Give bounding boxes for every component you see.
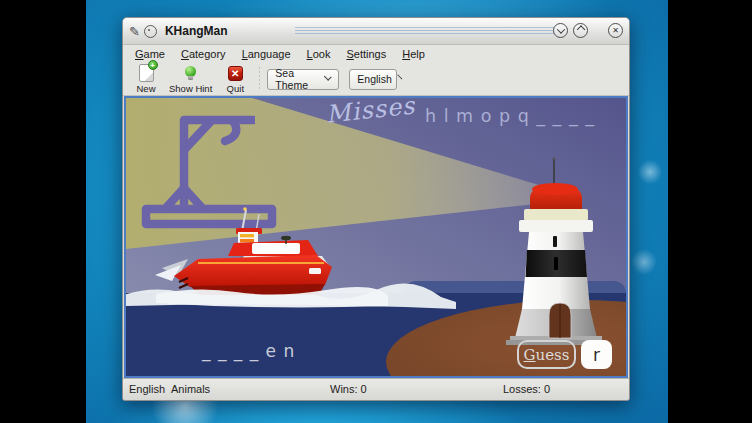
chevron-up-icon: [576, 25, 584, 33]
lightbulb-icon: [185, 66, 196, 77]
toolbar: + New Show Hint ✕ Quit Sea Theme English: [123, 63, 629, 96]
ring-icon: [144, 25, 157, 38]
status-losses: Losses: 0: [503, 383, 550, 395]
quit-x-icon: ✕: [228, 66, 243, 81]
language-select[interactable]: English: [349, 69, 397, 90]
minimize-button[interactable]: [553, 23, 568, 38]
menubar: Game Category Language Look Settings Hel…: [123, 45, 629, 63]
menu-category[interactable]: Category: [181, 48, 226, 60]
quit-button[interactable]: ✕ Quit: [220, 64, 250, 94]
titlebar[interactable]: ✎ KHangMan ✕: [123, 18, 629, 45]
khangman-window: ✎ KHangMan ✕ Game Category Language Look…: [122, 17, 630, 401]
chevron-down-icon: [397, 74, 402, 79]
menu-look[interactable]: Look: [307, 48, 331, 60]
pencil-icon: ✎: [129, 25, 140, 38]
theme-select[interactable]: Sea Theme: [267, 69, 339, 90]
chevron-down-icon: [324, 73, 332, 81]
menu-settings[interactable]: Settings: [346, 48, 386, 60]
word-display: _ _ _ _ e n: [202, 341, 295, 361]
statusbar: English Animals Wins: 0 Losses: 0: [123, 378, 629, 401]
close-button[interactable]: ✕: [608, 23, 623, 38]
window-title: KHangMan: [165, 24, 228, 38]
close-icon: ✕: [612, 27, 619, 35]
menu-game[interactable]: Game: [135, 48, 165, 60]
toolbar-separator: [259, 67, 260, 91]
new-button[interactable]: + New: [131, 64, 161, 94]
maximize-button[interactable]: [573, 23, 588, 38]
guess-button[interactable]: Guess: [517, 340, 576, 369]
missed-letters: h l m o p q _ _ _ _: [425, 106, 595, 126]
status-language: English: [129, 383, 165, 395]
titlebar-grip-stripes: [295, 27, 557, 36]
chevron-down-icon: [556, 25, 564, 33]
guess-letter-input[interactable]: [581, 340, 612, 369]
status-wins: Wins: 0: [330, 383, 367, 395]
menu-language[interactable]: Language: [242, 48, 291, 60]
game-area: Misses h l m o p q _ _ _ _ _ _ _ _ e n G…: [124, 96, 628, 378]
sea-theme-scene: [126, 98, 626, 376]
new-document-icon: +: [139, 64, 154, 82]
letterbox-left: [0, 0, 86, 423]
resize-grip-icon[interactable]: [617, 390, 627, 400]
menu-help[interactable]: Help: [402, 48, 425, 60]
letterbox-right: [668, 0, 752, 423]
show-hint-button[interactable]: Show Hint: [169, 64, 212, 94]
status-category: Animals: [171, 383, 210, 395]
